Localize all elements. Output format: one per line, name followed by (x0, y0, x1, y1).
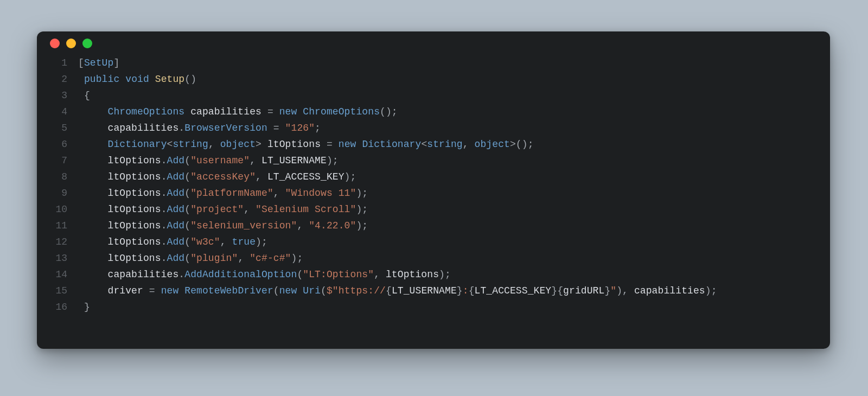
code-content[interactable]: ltOptions.Add("platformName", "Windows 1… (78, 188, 368, 199)
code-line[interactable]: 1[SetUp] (37, 58, 830, 74)
code-line[interactable]: 3 { (37, 90, 830, 106)
code-content[interactable]: ltOptions.Add("accessKey", LT_ACCESS_KEY… (78, 171, 356, 182)
code-line[interactable]: 9 ltOptions.Add("platformName", "Windows… (37, 188, 830, 204)
code-content[interactable]: capabilities.AddAdditionalOption("LT:Opt… (78, 269, 451, 280)
code-line[interactable]: 6 Dictionary<string, object> ltOptions =… (37, 139, 830, 155)
code-content[interactable]: driver = new RemoteWebDriver(new Uri($"h… (78, 285, 717, 296)
line-number: 9 (37, 188, 78, 199)
line-number: 5 (37, 123, 78, 133)
line-number: 7 (37, 155, 78, 166)
line-number: 8 (37, 171, 78, 182)
code-content[interactable]: ltOptions.Add("project", "Selenium Scrol… (78, 204, 368, 215)
editor-window: 1[SetUp]2 public void Setup()3 {4 Chrome… (37, 31, 830, 349)
line-number: 1 (37, 58, 78, 68)
code-line[interactable]: 2 public void Setup() (37, 74, 830, 90)
line-number: 4 (37, 106, 78, 117)
code-line[interactable]: 10 ltOptions.Add("project", "Selenium Sc… (37, 204, 830, 220)
code-content[interactable]: ltOptions.Add("selenium_version", "4.22.… (78, 220, 368, 231)
line-number: 11 (37, 220, 78, 231)
code-line[interactable]: 15 driver = new RemoteWebDriver(new Uri(… (37, 285, 830, 302)
zoom-traffic-light-icon[interactable] (82, 39, 92, 48)
window-titlebar (37, 31, 830, 55)
code-line[interactable]: 8 ltOptions.Add("accessKey", LT_ACCESS_K… (37, 171, 830, 188)
code-content[interactable]: { (78, 90, 90, 101)
code-line[interactable]: 13 ltOptions.Add("plugin", "c#-c#"); (37, 253, 830, 269)
code-content[interactable]: ltOptions.Add("username", LT_USERNAME); (78, 155, 339, 166)
line-number: 14 (37, 269, 78, 280)
minimize-traffic-light-icon[interactable] (66, 39, 76, 48)
line-number: 12 (37, 237, 78, 247)
code-line[interactable]: 16 } (37, 302, 830, 318)
code-content[interactable]: ChromeOptions capabilities = new ChromeO… (78, 106, 398, 117)
line-number: 10 (37, 204, 78, 215)
line-number: 16 (37, 302, 78, 312)
line-number: 3 (37, 90, 78, 101)
close-traffic-light-icon[interactable] (50, 39, 60, 48)
line-number: 6 (37, 139, 78, 150)
code-content[interactable]: ltOptions.Add("plugin", "c#-c#"); (78, 253, 303, 264)
code-content[interactable]: [SetUp] (78, 58, 119, 68)
code-content[interactable]: } (78, 302, 90, 312)
code-content[interactable]: Dictionary<string, object> ltOptions = n… (78, 139, 534, 150)
code-line[interactable]: 11 ltOptions.Add("selenium_version", "4.… (37, 220, 830, 237)
line-number: 13 (37, 253, 78, 264)
code-content[interactable]: public void Setup() (78, 74, 196, 85)
code-area[interactable]: 1[SetUp]2 public void Setup()3 {4 Chrome… (37, 55, 830, 318)
code-line[interactable]: 12 ltOptions.Add("w3c", true); (37, 237, 830, 253)
code-line[interactable]: 5 capabilities.BrowserVersion = "126"; (37, 123, 830, 139)
code-line[interactable]: 7 ltOptions.Add("username", LT_USERNAME)… (37, 155, 830, 171)
code-line[interactable]: 14 capabilities.AddAdditionalOption("LT:… (37, 269, 830, 285)
line-number: 2 (37, 74, 78, 85)
code-content[interactable]: capabilities.BrowserVersion = "126"; (78, 123, 321, 133)
line-number: 15 (37, 285, 78, 296)
code-line[interactable]: 4 ChromeOptions capabilities = new Chrom… (37, 106, 830, 123)
code-content[interactable]: ltOptions.Add("w3c", true); (78, 237, 267, 247)
